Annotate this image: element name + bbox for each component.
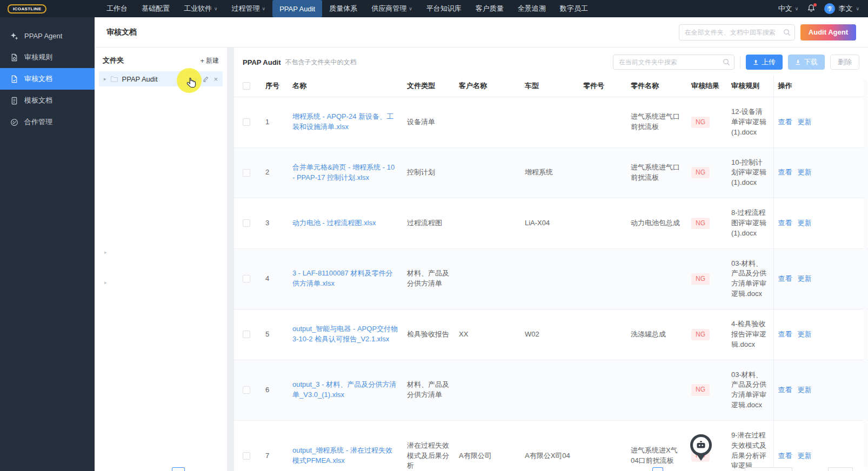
nav-item-3[interactable]: 过程管理∨ xyxy=(225,0,273,17)
cell-no: 5 xyxy=(261,309,288,360)
cell-rule: 4-检具验收报告评审逻辑.docx xyxy=(727,309,773,360)
sidebar-item-3[interactable]: 模板文档 xyxy=(0,90,95,111)
row-checkbox[interactable] xyxy=(243,118,250,126)
view-link[interactable]: 查看 xyxy=(778,452,792,460)
nav-item-2[interactable]: 工业软件∨ xyxy=(177,0,225,17)
cell-part-name xyxy=(626,360,687,420)
doc-name-link[interactable]: output_3 - 材料、产品及分供方清单_V3.0_(1).xlsx xyxy=(292,380,396,399)
nav-item-0[interactable]: 工作台 xyxy=(99,0,135,17)
assistant-robot-icon[interactable] xyxy=(690,434,712,465)
table-row: 2合并单元格&跨页 - 增程系统 - 10 - PPAP-17 控制计划.xls… xyxy=(234,147,868,198)
pagination-control-partial[interactable] xyxy=(745,467,792,471)
view-link[interactable]: 查看 xyxy=(778,330,792,338)
cell-file-type: 材料、产品及分供方清单 xyxy=(403,360,455,420)
column-header-0: 序号 xyxy=(261,75,288,97)
pagination-control-partial[interactable] xyxy=(828,467,853,471)
doc-name-link[interactable]: 增程系统 - APQP-24 新设备、工装和设施清单.xlsx xyxy=(292,112,393,131)
cell-customer: XX xyxy=(455,309,520,360)
topbar: ICOASTLINE 工作台基础配置工业软件∨过程管理∨PPAP Audit质量… xyxy=(0,0,868,17)
row-checkbox[interactable] xyxy=(243,331,250,338)
nav-item-6[interactable]: 供应商管理∨ xyxy=(364,0,419,17)
language-selector[interactable]: 中文 ∨ xyxy=(778,4,799,14)
select-all-checkbox[interactable] xyxy=(243,82,250,90)
nav-item-label: 数字员工 xyxy=(560,4,588,14)
view-link[interactable]: 查看 xyxy=(778,118,792,126)
scrollbar-track[interactable] xyxy=(863,80,867,468)
cell-rule: 03-材料、产品及分供方清单评审逻辑.docx xyxy=(727,360,773,420)
view-link[interactable]: 查看 xyxy=(778,219,792,227)
app-logo-text: ICOASTLINE xyxy=(8,4,46,14)
nav-item-1[interactable]: 基础配置 xyxy=(135,0,177,17)
nav-item-4[interactable]: PPAP Audit xyxy=(272,0,322,17)
update-link[interactable]: 更新 xyxy=(798,274,812,282)
row-checkbox[interactable] xyxy=(243,169,250,177)
update-link[interactable]: 更新 xyxy=(798,386,812,394)
table-row: 7output_增程系统 - 潜在过程失效模式PFMEA.xlsx潜在过程失效模… xyxy=(234,420,868,471)
folder-list: ▸PPAP Audit+× xyxy=(95,71,227,86)
doc-name-link[interactable]: output_增程系统 - 潜在过程失效模式PFMEA.xlsx xyxy=(292,446,392,465)
update-link[interactable]: 更新 xyxy=(798,219,812,227)
row-checkbox[interactable] xyxy=(243,452,250,460)
delete-button[interactable]: 删除 xyxy=(830,55,859,70)
cell-part-no xyxy=(579,309,626,360)
update-link[interactable]: 更新 xyxy=(798,118,812,126)
pagination-control-partial[interactable] xyxy=(652,467,663,471)
new-folder-button[interactable]: + 新建 xyxy=(200,56,219,65)
nav-item-label: 全景追溯 xyxy=(518,4,546,14)
doc-table-body: 1增程系统 - APQP-24 新设备、工装和设施清单.xlsx设备清单进气系统… xyxy=(234,97,868,471)
nav-item-5[interactable]: 质量体系 xyxy=(322,0,364,17)
cell-model: 增程系统 xyxy=(520,147,579,198)
cell-result: NG xyxy=(687,147,727,198)
edit-folder-icon[interactable] xyxy=(203,76,209,82)
download-button[interactable]: 下载 xyxy=(788,55,825,70)
audit-agent-button[interactable]: Audit Agent xyxy=(800,24,856,41)
view-link[interactable]: 查看 xyxy=(778,386,792,394)
row-checkbox[interactable] xyxy=(243,386,250,394)
sidebar-item-2[interactable]: 审核文档 xyxy=(0,68,95,90)
sidebar-item-1[interactable]: 审核规则 xyxy=(0,46,95,68)
view-link[interactable]: 查看 xyxy=(778,274,792,282)
doc-name-link[interactable]: 合并单元格&跨页 - 增程系统 - 10 - PPAP-17 控制计划.xlsx xyxy=(292,163,395,181)
view-link[interactable]: 查看 xyxy=(778,168,792,176)
topnav-items: 工作台基础配置工业软件∨过程管理∨PPAP Audit质量体系供应商管理∨平台知… xyxy=(99,0,595,17)
cell-part-name: 进气系统进X气04口前扰流板 xyxy=(626,420,687,471)
nav-item-10[interactable]: 数字员工 xyxy=(553,0,595,17)
table-row: 6output_3 - 材料、产品及分供方清单_V3.0_(1).xlsx材料、… xyxy=(234,360,868,420)
cell-file-type: 过程流程图 xyxy=(403,198,455,249)
new-folder-label: 新建 xyxy=(206,56,219,65)
doc-name-link[interactable]: 动力电池 - 过程流程图.xlsx xyxy=(292,219,376,227)
user-menu[interactable]: 李 李文 ∨ xyxy=(824,3,859,14)
chevron-down-icon: ∨ xyxy=(214,6,218,11)
ng-badge: NG xyxy=(691,117,710,128)
row-checkbox[interactable] xyxy=(243,275,250,282)
doc-name-link[interactable]: 3 - LAF-81100087 材料及零件分供方清单.xlsx xyxy=(292,269,392,287)
folder-item-0[interactable]: ▸PPAP Audit+× xyxy=(99,71,223,86)
cell-rule: 10-控制计划评审逻辑 (1).docx xyxy=(727,147,773,198)
chevron-right-icon: ▸ xyxy=(104,250,107,255)
notifications-bell[interactable] xyxy=(807,4,816,14)
column-header-filler xyxy=(827,75,868,97)
column-header-2: 文件类型 xyxy=(403,75,455,97)
nav-item-7[interactable]: 平台知识库 xyxy=(419,0,469,17)
delete-folder-icon[interactable]: × xyxy=(213,75,218,83)
update-link[interactable]: 更新 xyxy=(798,330,812,338)
app-logo[interactable]: ICOASTLINE xyxy=(8,4,94,14)
sidebar-item-label: 审核规则 xyxy=(24,52,52,62)
row-checkbox[interactable] xyxy=(243,219,250,227)
update-link[interactable]: 更新 xyxy=(798,168,812,176)
cell-no: 2 xyxy=(261,147,288,198)
nav-item-9[interactable]: 全景追溯 xyxy=(511,0,553,17)
sidebar-item-4[interactable]: 合作管理 xyxy=(0,111,95,133)
pagination-control-partial[interactable] xyxy=(172,467,185,471)
global-search-input[interactable] xyxy=(679,24,795,41)
cell-name: output_增程系统 - 潜在过程失效模式PFMEA.xlsx xyxy=(288,420,403,471)
upload-button[interactable]: 上传 xyxy=(746,55,783,70)
update-link[interactable]: 更新 xyxy=(798,452,812,460)
sidebar-item-0[interactable]: PPAP Agent xyxy=(0,25,95,46)
nav-item-8[interactable]: 客户质量 xyxy=(469,0,511,17)
chevron-right-icon[interactable]: ▸ xyxy=(104,76,106,82)
folder-search-input[interactable] xyxy=(613,55,735,70)
doc-name-link[interactable]: output_智能与电器 - APQP交付物3-10-2 检具认可报告_V2.1… xyxy=(292,325,398,343)
nav-item-label: 平台知识库 xyxy=(426,4,462,14)
chevron-down-icon: ∨ xyxy=(856,6,859,11)
